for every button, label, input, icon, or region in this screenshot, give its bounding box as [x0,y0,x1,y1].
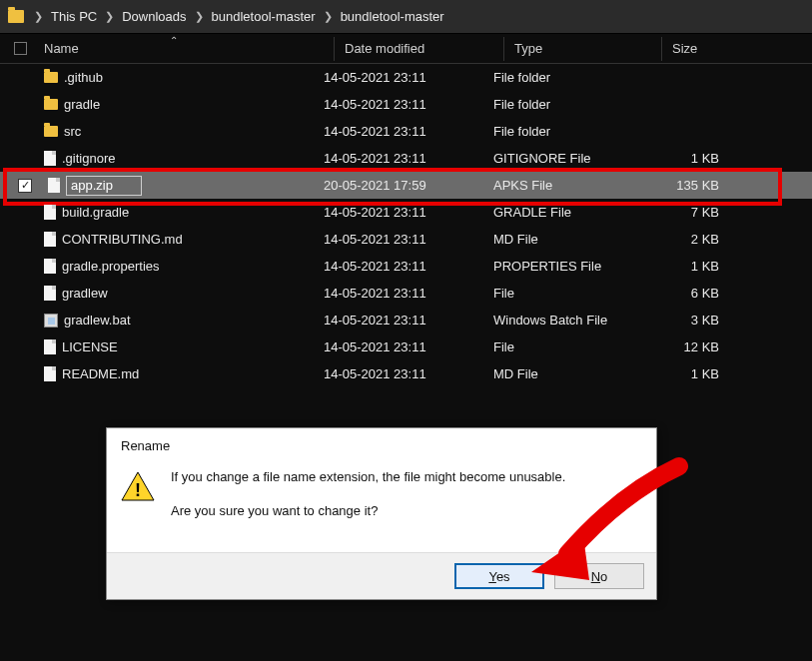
cell-size: 1 KB [641,366,737,381]
cell-type: File [483,286,641,301]
cell-size: 7 KB [641,205,737,220]
cell-size: 1 KB [641,151,737,166]
rename-input[interactable] [66,176,142,196]
cell-date: 14-05-2021 23:11 [314,259,483,274]
file-name: CONTRIBUTING.md [62,232,183,247]
file-icon [44,151,56,166]
dialog-line1: If you change a file name extension, the… [171,467,565,487]
cell-name: build.gradle [14,205,314,220]
cell-type: File [483,339,641,354]
header-type[interactable]: Type [503,37,661,61]
file-icon [48,178,60,193]
cell-type: File folder [483,70,641,85]
header-size[interactable]: Size [661,37,757,61]
select-all-checkbox[interactable] [14,42,27,55]
breadcrumb-bundletool-master-2[interactable]: bundletool-master [339,5,446,28]
cell-size: 135 KB [641,178,737,193]
cell-name: README.md [14,366,314,381]
file-row[interactable]: CONTRIBUTING.md14-05-2021 23:11MD File2 … [0,226,812,253]
no-underline: N [591,569,600,584]
dialog-title: Rename [107,428,656,459]
cell-date: 14-05-2021 23:11 [314,151,483,166]
dialog-line2: Are you sure you want to change it? [171,501,565,521]
file-row[interactable]: gradlew14-05-2021 23:11File6 KB [0,280,812,307]
cell-name: .github [14,70,314,85]
chevron-right-icon[interactable]: ❯ [324,10,333,23]
cell-date: 14-05-2021 23:11 [314,286,483,301]
cell-name: gradlew [14,286,314,301]
file-name: build.gradle [62,205,129,220]
cell-size: 3 KB [641,313,737,328]
file-name: README.md [62,366,139,381]
file-list: .github14-05-2021 23:11File foldergradle… [0,64,812,387]
cell-type: PROPERTIES File [483,259,641,274]
cell-size: 2 KB [641,232,737,247]
cell-name: .gitignore [14,151,314,166]
file-icon [44,232,56,247]
file-row[interactable]: build.gradle14-05-2021 23:11GRADLE File7… [0,199,812,226]
folder-icon [44,126,58,137]
header-type-label: Type [514,41,542,56]
file-row[interactable]: src14-05-2021 23:11File folder [0,118,812,145]
breadcrumb-bundletool-master[interactable]: bundletool-master [210,5,318,28]
chevron-right-icon[interactable]: ❯ [195,10,204,23]
folder-icon [44,72,58,83]
no-rest: o [600,569,607,584]
folder-icon [8,10,24,23]
cell-name: gradle.properties [14,259,314,274]
cell-size: 12 KB [641,339,737,354]
chevron-right-icon[interactable]: ❯ [34,10,43,23]
cell-type: MD File [483,366,641,381]
file-row[interactable]: LICENSE14-05-2021 23:11File12 KB [0,333,812,360]
row-checkbox[interactable] [18,179,32,193]
cell-name: gradle [14,97,314,112]
file-icon [44,366,56,381]
breadcrumb-this-pc[interactable]: This PC [49,5,99,28]
chevron-right-icon[interactable]: ❯ [105,10,114,23]
cell-name: gradlew.bat [14,313,314,328]
svg-text:!: ! [135,480,141,500]
file-row[interactable]: .gitignore14-05-2021 23:11GITIGNORE File… [0,145,812,172]
file-name: gradle.properties [62,259,160,274]
cell-type: APKS File [483,178,641,193]
file-row[interactable]: README.md14-05-2021 23:11MD File1 KB [0,360,812,387]
cell-type: GRADLE File [483,205,641,220]
warning-icon: ! [121,471,155,501]
file-icon [44,259,56,274]
yes-button[interactable]: Yes [454,563,544,589]
file-icon [44,286,56,301]
file-row[interactable]: gradle.properties14-05-2021 23:11PROPERT… [0,253,812,280]
breadcrumb-downloads[interactable]: Downloads [120,5,188,28]
file-name: LICENSE [62,339,118,354]
yes-rest: es [496,569,510,584]
header-date-label: Date modified [345,41,424,56]
file-row[interactable]: gradlew.bat14-05-2021 23:11Windows Batch… [0,307,812,333]
file-name: .github [64,70,103,85]
cell-type: File folder [483,124,641,139]
cell-name: src [14,124,314,139]
sort-caret-icon: ⌃ [170,35,178,46]
cell-name: LICENSE [14,339,314,354]
no-button[interactable]: No [554,563,644,589]
header-name[interactable]: ⌃ Name [34,41,334,56]
file-row[interactable]: gradle14-05-2021 23:11File folder [0,91,812,118]
header-name-label: Name [44,41,79,56]
cell-type: File folder [483,97,641,112]
yes-underline: Y [488,569,495,584]
cell-name: CONTRIBUTING.md [14,232,314,247]
cell-size: 6 KB [641,286,737,301]
cell-type: GITIGNORE File [483,151,641,166]
cell-type: Windows Batch File [483,313,641,328]
file-name: .gitignore [62,151,115,166]
cell-date: 14-05-2021 23:11 [314,124,483,139]
cell-date: 14-05-2021 23:11 [314,97,483,112]
file-row[interactable]: 20-05-2021 17:59APKS File135 KB [0,172,812,199]
cell-name [14,176,314,196]
file-icon [44,205,56,220]
file-name: src [64,124,81,139]
cell-type: MD File [483,232,641,247]
file-row[interactable]: .github14-05-2021 23:11File folder [0,64,812,91]
cell-date: 14-05-2021 23:11 [314,339,483,354]
folder-icon [44,99,58,110]
header-date[interactable]: Date modified [334,37,503,61]
